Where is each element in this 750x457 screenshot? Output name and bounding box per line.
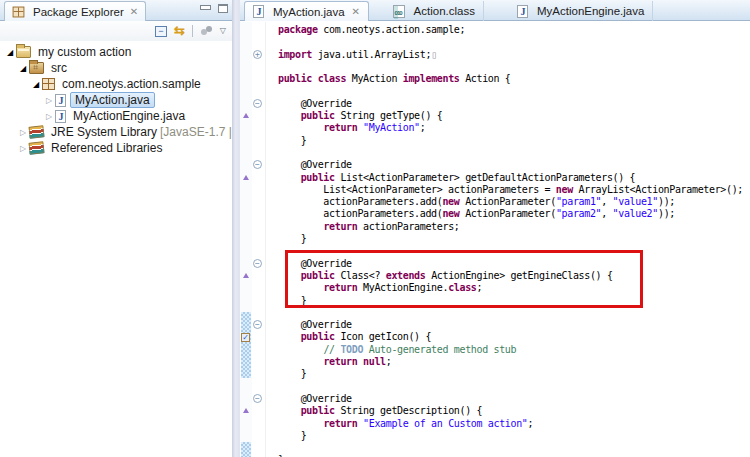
java-file-icon bbox=[253, 5, 264, 18]
package-icon bbox=[42, 78, 55, 90]
code-line bbox=[278, 307, 750, 319]
editor-tab-myaction-java[interactable]: MyAction.java✕ bbox=[244, 1, 369, 21]
src-folder-icon bbox=[29, 62, 44, 74]
code-line: public String getType() { bbox=[278, 110, 750, 122]
tree-item-label: Referenced Libraries bbox=[48, 141, 165, 155]
chevron-expanded-icon[interactable]: ◢ bbox=[4, 48, 16, 57]
fold-collapse-icon[interactable]: − bbox=[253, 394, 262, 403]
minimize-button[interactable] bbox=[200, 4, 210, 13]
toolbar-separator bbox=[192, 25, 193, 37]
maximize-button[interactable] bbox=[218, 4, 228, 13]
override-marker-icon bbox=[243, 273, 249, 278]
override-marker-icon bbox=[243, 408, 249, 413]
package-explorer-tree: ◢my custom action◢src◢com.neotys.action.… bbox=[0, 41, 232, 156]
code-line: @Override bbox=[278, 159, 750, 171]
tree-item-decoration: [JavaSE-1.7 | bbox=[160, 125, 232, 139]
tree-item-src[interactable]: ◢src bbox=[0, 60, 232, 76]
java-file-icon bbox=[517, 5, 528, 18]
editor-area: MyAction.java✕Action.classMyActionEngine… bbox=[240, 0, 750, 457]
code-line: package com.neotys.action.sample; bbox=[278, 24, 750, 36]
class-file-icon bbox=[393, 5, 405, 18]
editor-tab-label: MyActionEngine.java bbox=[537, 5, 644, 17]
code-line: List<ActionParameter> actionParameters =… bbox=[278, 184, 750, 196]
chevron-collapsed-icon[interactable]: ▷ bbox=[17, 128, 29, 137]
tree-item-jre-system-library[interactable]: ▷JRE System Library[JavaSE-1.7 | bbox=[0, 124, 232, 140]
tree-item-com-neotys-action-sample[interactable]: ◢com.neotys.action.sample bbox=[0, 76, 232, 92]
code-line: @Override bbox=[278, 393, 750, 405]
code-line bbox=[278, 147, 750, 159]
editor-body: ✓ +−−−−− package com.neotys.action.sampl… bbox=[240, 22, 750, 457]
code-line: return "MyAction"; bbox=[278, 122, 750, 134]
library-icon bbox=[28, 125, 44, 139]
editor-tab-myactionengine-java[interactable]: MyActionEngine.java bbox=[509, 1, 653, 21]
tree-item-label: JRE System Library bbox=[48, 125, 160, 139]
library-icon bbox=[28, 141, 44, 155]
code-line: actionParameters.add(new ActionParameter… bbox=[278, 196, 750, 208]
code-line: } bbox=[278, 295, 750, 307]
fold-collapse-icon[interactable]: − bbox=[253, 259, 262, 268]
close-icon[interactable]: ✕ bbox=[130, 6, 138, 17]
code-line: actionParameters.add(new ActionParameter… bbox=[278, 208, 750, 220]
link-with-editor-icon[interactable]: ⇆ bbox=[174, 25, 185, 37]
code-line: } bbox=[278, 135, 750, 147]
java-file-icon bbox=[55, 94, 66, 107]
package-explorer-tab-label: Package Explorer bbox=[33, 6, 124, 18]
code-line: return "Example of an Custom action"; bbox=[278, 418, 750, 430]
view-menu-icon[interactable]: ▽ bbox=[220, 26, 226, 36]
code-line bbox=[278, 442, 750, 454]
package-explorer-toolbar: − ⇆ ▽ bbox=[0, 21, 232, 41]
code-line: return null; bbox=[278, 356, 750, 368]
code-line: // TODO Auto-generated method stub bbox=[278, 344, 750, 356]
focus-active-task-icon[interactable] bbox=[200, 26, 213, 37]
tree-item-label: my custom action bbox=[35, 45, 134, 59]
code-line: public List<ActionParameter> getDefaultA… bbox=[278, 172, 750, 184]
code-line: public Icon getIcon() { bbox=[278, 331, 750, 343]
code-line: public String getDescription() { bbox=[278, 405, 750, 417]
code-line: import java.util.ArrayList;▯ bbox=[278, 49, 750, 61]
code-line: } bbox=[278, 233, 750, 245]
annotation-ruler[interactable]: ✓ bbox=[240, 22, 252, 457]
java-file-icon bbox=[55, 110, 66, 123]
code-line bbox=[278, 85, 750, 97]
package-explorer-tabstrip: Package Explorer ✕ bbox=[0, 0, 232, 21]
code-area[interactable]: package com.neotys.action.sample; import… bbox=[266, 22, 750, 457]
editor-tab-label: Action.class bbox=[414, 5, 475, 17]
pane-divider[interactable] bbox=[232, 0, 240, 457]
chevron-collapsed-icon[interactable]: ▷ bbox=[17, 144, 29, 153]
editor-tab-label: MyAction.java bbox=[273, 6, 345, 18]
chevron-collapsed-icon[interactable]: ▷ bbox=[43, 96, 55, 105]
editor-tab-action-class[interactable]: Action.class bbox=[385, 1, 484, 21]
code-line: @Override bbox=[278, 258, 750, 270]
package-explorer-view: Package Explorer ✕ − ⇆ ▽ ◢my custom acti… bbox=[0, 0, 232, 457]
code-line bbox=[278, 36, 750, 48]
collapse-all-icon[interactable]: − bbox=[155, 26, 167, 37]
code-line bbox=[278, 381, 750, 393]
code-line: return actionParameters; bbox=[278, 221, 750, 233]
project-folder-icon bbox=[16, 46, 31, 58]
code-line: @Override bbox=[278, 98, 750, 110]
task-marker-icon: ✓ bbox=[241, 333, 250, 342]
tree-item-my-custom-action[interactable]: ◢my custom action bbox=[0, 44, 232, 60]
code-line bbox=[278, 61, 750, 73]
tree-item-referenced-libraries[interactable]: ▷Referenced Libraries bbox=[0, 140, 232, 156]
folding-ruler[interactable]: +−−−−− bbox=[252, 22, 266, 457]
code-line: } bbox=[278, 430, 750, 442]
code-line: public class MyAction implements Action … bbox=[278, 73, 750, 85]
code-line bbox=[278, 245, 750, 257]
tab-package-explorer[interactable]: Package Explorer ✕ bbox=[4, 1, 146, 21]
tree-item-myactionengine-java[interactable]: ▷MyActionEngine.java bbox=[0, 108, 232, 124]
tree-item-label: com.neotys.action.sample bbox=[59, 77, 204, 91]
override-marker-icon bbox=[243, 175, 249, 180]
close-icon[interactable]: ✕ bbox=[352, 6, 360, 17]
fold-collapse-icon[interactable]: − bbox=[253, 160, 262, 169]
fold-expand-icon[interactable]: + bbox=[253, 50, 262, 59]
chevron-expanded-icon[interactable]: ◢ bbox=[30, 80, 42, 89]
chevron-expanded-icon[interactable]: ◢ bbox=[17, 64, 29, 73]
package-explorer-icon bbox=[13, 6, 25, 17]
tree-item-label: MyActionEngine.java bbox=[70, 109, 188, 123]
fold-collapse-icon[interactable]: − bbox=[253, 99, 262, 108]
fold-collapse-icon[interactable]: − bbox=[253, 320, 262, 329]
tree-item-label: MyAction.java bbox=[70, 92, 155, 108]
tree-item-myaction-java[interactable]: ▷MyAction.java bbox=[0, 92, 232, 108]
chevron-collapsed-icon[interactable]: ▷ bbox=[43, 112, 55, 121]
